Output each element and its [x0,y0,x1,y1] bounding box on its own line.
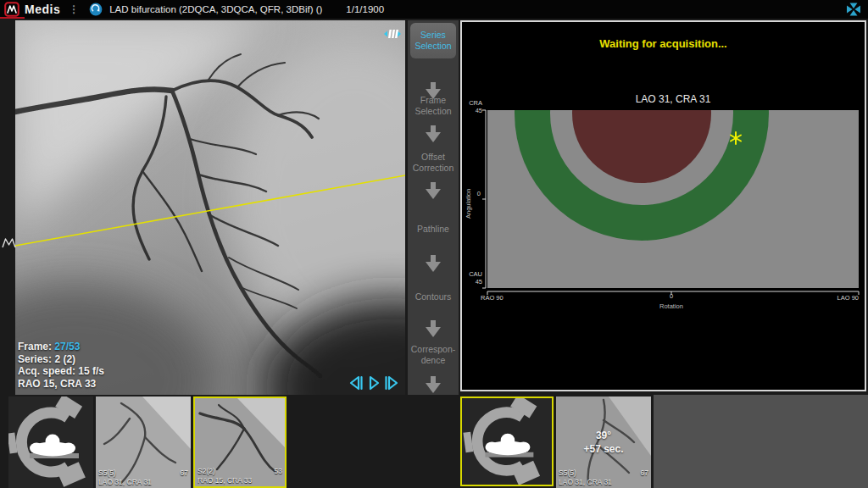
series-thumbnail-2-selected[interactable]: S2(2)53 RAO 15, CRA 33 [193,396,287,488]
down-arrow-icon [423,375,443,394]
acquisition-panel: Waiting for acquisition... LAO 31, CRA 3… [460,20,866,391]
down-arrow-icon [423,254,443,273]
workflow-title: LAD bifurcation (2DQCA, 3DQCA, QFR, 3DBi… [109,4,322,14]
y-axis-label: Angulation [465,189,473,219]
series-thumbnail-1[interactable]: S5(5)67 LAO 31, CRA 31 [96,396,191,488]
step-forward-button[interactable] [387,377,398,389]
c-arm-thumbnail-left[interactable] [8,396,93,488]
workflow-step-pathline[interactable]: Pathline [408,224,459,235]
workflow-step-contours[interactable]: Contours [408,291,459,302]
app-icon[interactable] [89,3,103,16]
c-arm-thumbnail-right-selected[interactable] [460,396,554,486]
angiogram-image [15,20,405,395]
medis-logo-icon [3,2,20,17]
thumb-series-id: S2(2) [198,467,215,475]
workflow-step-series-selection[interactable]: Series Selection [410,23,456,58]
thumb-frame-count: 53 [275,467,282,475]
down-arrow-icon [423,125,443,143]
y-tick-cra45: CRA 45 [464,100,482,114]
gantry-angle: 39° [556,429,651,442]
collapse-arrows-icon[interactable] [844,2,863,17]
logo-underline [0,17,25,19]
c-arm-icon [8,396,93,488]
kebab-menu-icon[interactable]: ⋮ [69,3,79,15]
thumb-projection: LAO 31, CRA 31 [559,478,612,486]
thumb-projection: LAO 31, CRA 31 [98,478,152,486]
step-backward-button[interactable] [351,377,362,389]
workflow-step-correspondence[interactable]: Correspon- dence [408,344,459,365]
titlebar: Medis ⋮ LAD bifurcation (2DQCA, 3DQCA, Q… [0,0,868,19]
thumb-frame-count: 67 [641,469,648,477]
workflow-step-offset-correction[interactable]: Offset Correction [408,152,459,173]
cine-stack-icon[interactable] [383,27,402,41]
series-label: Series: [18,353,52,365]
down-arrow-icon [423,181,443,200]
y-tick-cau45: CAU 45 [464,271,482,286]
x-tick-lao90: LAO 90 [837,295,859,302]
thumb-series-id: S5(5) [559,469,576,477]
thumb-frame-count: 67 [181,469,188,477]
frame-label: Frame: [18,341,52,352]
edge-marker-icon [2,236,16,250]
workflow-step-frame-selection[interactable]: Frame Selection [408,95,459,116]
target-gauge-chart [462,103,865,315]
x-axis-label: Rotation [620,303,722,311]
empty-filmstrip-area [654,395,868,488]
thumb-series-id: S5(5) [98,469,116,477]
x-tick-rao90: RAO 90 [481,295,504,302]
y-tick-0: 0 [472,191,481,198]
series-value: 2 (2) [54,353,75,365]
brand-name: Medis [25,3,60,16]
acquisition-thumbnail[interactable]: 39° +57 sec. S5(5)67 LAO 31, CRA 31 [556,396,651,488]
frame-value: 27/53 [54,341,80,352]
projection-value: RAO 15, CRA 33 [18,378,104,391]
play-button[interactable] [370,377,378,389]
acquisition-overlay: 39° +57 sec. [556,429,651,456]
down-arrow-icon [423,319,443,338]
playback-controls [348,374,402,391]
acquisition-status: Waiting for acquisition... [462,37,865,50]
speed-label: Acq. speed: [18,365,75,377]
thumb-projection: RAO 15, CRA 33 [198,476,252,485]
speed-value: 15 f/s [78,365,104,377]
c-arm-icon [462,398,550,485]
study-date: 1/1/1900 [346,4,384,14]
x-tick-0: 0 [654,293,688,301]
application-window: Medis ⋮ LAD bifurcation (2DQCA, 3DQCA, Q… [0,0,868,488]
acquisition-delay: +57 sec. [556,442,651,456]
image-overlay-info: Frame: 27/53 Series: 2 (2) Acq. speed: 1… [18,341,104,390]
angiogram-viewport[interactable]: Frame: 27/53 Series: 2 (2) Acq. speed: 1… [15,20,405,395]
